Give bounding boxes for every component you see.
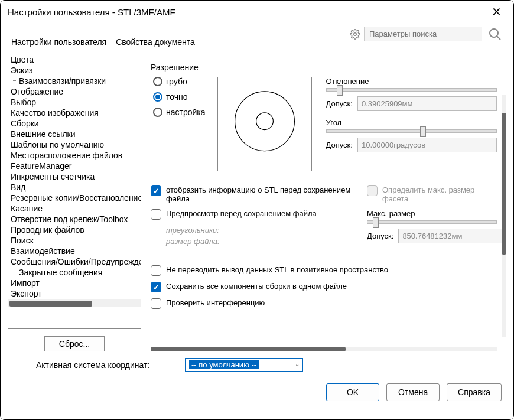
tree-item[interactable]: Месторасположение файлов: [8, 150, 141, 161]
coord-system-value: -- по умолчанию --: [189, 360, 259, 369]
triangles-info: треугольники:: [166, 226, 355, 235]
tree-item[interactable]: Качество изображения: [8, 108, 141, 118]
tree-item[interactable]: Отверстие под крепеж/Toolbox: [8, 214, 141, 224]
svg-point-0: [354, 32, 357, 35]
tab-user-settings[interactable]: Настройки пользователя: [10, 35, 108, 50]
chk-single-file-label: Сохранить все компоненты сборки в одном …: [166, 282, 347, 291]
radio-fine[interactable]: точно: [153, 92, 206, 102]
resolution-label: Разрешение: [151, 63, 497, 72]
tree-item[interactable]: Взаимосвязи/привязки: [8, 76, 141, 86]
radio-custom-label: настройка: [166, 108, 206, 117]
deviation-label: Отклонение: [326, 77, 497, 86]
reset-button[interactable]: Сброс...: [44, 336, 105, 351]
chk-show-stl-info-label: отобразить информацию о STL перед сохран…: [166, 185, 355, 203]
svg-point-4: [256, 113, 273, 130]
ok-button[interactable]: OK: [326, 383, 379, 401]
tree-item[interactable]: Сообщения/Ошибки/Предупреждения: [8, 256, 141, 267]
maxsize-label: Макс. размер: [367, 209, 497, 218]
tree-item[interactable]: Экспорт: [8, 288, 141, 299]
svg-point-1: [490, 29, 498, 37]
svg-point-3: [235, 92, 294, 151]
tree-item[interactable]: Вид: [8, 182, 141, 193]
tree-item[interactable]: Шаблоны по умолчанию: [8, 139, 141, 150]
deviation-tol-label: Допуск:: [326, 99, 353, 108]
close-icon[interactable]: ✕: [487, 4, 506, 20]
chevron-down-icon: ⌄: [295, 361, 300, 367]
chk-single-file[interactable]: Сохранить все компоненты сборки в одном …: [151, 282, 497, 292]
tree-hscrollbar[interactable]: [8, 299, 141, 307]
coord-system-label: Активная система координат:: [12, 360, 178, 370]
angle-tol-label: Допуск:: [326, 141, 353, 149]
tree-item[interactable]: Касание: [8, 203, 141, 214]
search-icon[interactable]: [488, 27, 502, 41]
tree-item[interactable]: Выбор: [8, 97, 141, 108]
content-hscrollbar[interactable]: [151, 347, 497, 351]
svg-line-2: [497, 36, 500, 40]
chk-max-facet-label: Определить макс. размер фасета: [382, 185, 497, 203]
gear-icon: [350, 29, 360, 40]
chk-interference-label: Проверить интерференцию: [166, 298, 265, 307]
chk-preview-before-save[interactable]: Предпросмотр перед сохранением файла: [151, 209, 355, 220]
chk-no-positive-label: Не переводить вывод данных STL в позитив…: [166, 265, 388, 274]
tree-item[interactable]: Внешние ссылки: [8, 129, 141, 139]
angle-label: Угол: [326, 118, 497, 127]
maxsize-input[interactable]: [398, 229, 506, 243]
deviation-slider[interactable]: [326, 88, 497, 92]
filesize-info: размер файла:: [166, 237, 355, 246]
tree-item[interactable]: Закрытые сообщения: [8, 267, 141, 278]
mesh-preview: [217, 77, 312, 171]
tree-item[interactable]: Импорт: [8, 278, 141, 288]
content-vscrollbar[interactable]: [502, 95, 506, 337]
chk-check-interference[interactable]: Проверить интерференцию: [151, 298, 497, 309]
tab-document-properties[interactable]: Свойства документа: [115, 35, 196, 50]
angle-slider[interactable]: [326, 129, 497, 133]
window-title: Настройки пользователя - STL/3MF/AMF: [8, 7, 175, 17]
coord-system-select[interactable]: -- по умолчанию -- ⌄: [185, 358, 303, 372]
chk-max-facet: Определить макс. размер фасета: [367, 185, 497, 203]
deviation-input[interactable]: [357, 96, 497, 111]
tree-item[interactable]: Проводник файлов: [8, 224, 141, 235]
maxsize-tol-label: Допуск:: [367, 232, 393, 240]
chk-preview-label: Предпросмотр перед сохранением файла: [166, 209, 317, 218]
tree-item[interactable]: Резервные копии/Восстановление: [8, 193, 141, 203]
tree-item[interactable]: Эскиз: [8, 65, 141, 76]
tree-item[interactable]: Инкременты счетчика: [8, 171, 141, 182]
maxsize-slider[interactable]: [367, 220, 497, 224]
tree-item[interactable]: Взаимодействие: [8, 246, 141, 256]
radio-custom[interactable]: настройка: [153, 108, 206, 117]
tree-item[interactable]: Цвета: [8, 54, 141, 65]
radio-coarse-label: грубо: [166, 77, 187, 86]
tree-item[interactable]: Сборки: [8, 118, 141, 129]
chk-show-stl-info[interactable]: отобразить информацию о STL перед сохран…: [151, 185, 355, 203]
help-button[interactable]: Справка: [447, 383, 502, 401]
tree-item[interactable]: FeatureManager: [8, 161, 141, 171]
chk-no-positive-space[interactable]: Не переводить вывод данных STL в позитив…: [151, 265, 497, 276]
radio-fine-label: точно: [166, 92, 188, 102]
search-input[interactable]: [364, 27, 482, 41]
settings-tree[interactable]: ЦветаЭскизВзаимосвязи/привязкиОтображени…: [8, 54, 141, 329]
cancel-button[interactable]: Отмена: [386, 383, 440, 401]
angle-input[interactable]: [357, 138, 497, 152]
radio-coarse[interactable]: грубо: [153, 77, 206, 86]
tree-item[interactable]: Поиск: [8, 235, 141, 246]
tree-item[interactable]: Отображение: [8, 86, 141, 97]
